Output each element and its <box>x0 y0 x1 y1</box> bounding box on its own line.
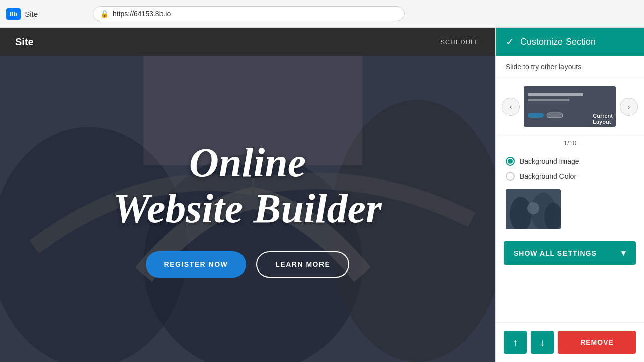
layout-preview-inner: CurrentLayout <box>524 86 616 127</box>
background-options: Background Image Background Color <box>496 151 644 187</box>
panel-footer: ↑ ↓ REMOVE <box>496 322 644 362</box>
lock-icon: 🔒 <box>100 10 109 18</box>
layout-counter: 1/10 <box>496 135 644 151</box>
hero-title-line2: Website Builder <box>113 186 382 231</box>
svg-rect-9 <box>528 93 583 96</box>
show-all-settings-button[interactable]: SHOW ALL SETTINGS ▾ <box>504 241 636 265</box>
logo-text: Site <box>25 10 38 18</box>
main-content: Site SCHEDULE <box>0 28 644 362</box>
site-nav-logo: Site <box>15 36 34 48</box>
chevron-right-icon: › <box>628 103 630 111</box>
hero-content: Online Website Builder REGISTER NOW LEAR… <box>113 140 382 277</box>
show-settings-label: SHOW ALL SETTINGS <box>514 249 597 257</box>
site-nav: Site SCHEDULE <box>0 28 495 56</box>
svg-rect-19 <box>506 189 561 229</box>
site-nav-links: SCHEDULE <box>440 38 480 46</box>
learn-more-button[interactable]: LEARN MORE <box>256 251 349 278</box>
move-up-button[interactable]: ↑ <box>504 331 527 354</box>
svg-rect-11 <box>528 113 544 118</box>
panel-subtitle: Slide to try other layouts <box>496 56 644 78</box>
background-image-option[interactable]: Background Image <box>506 157 634 166</box>
layout-slider: ‹ CurrentLayout <box>496 78 644 135</box>
background-color-radio[interactable] <box>506 172 515 181</box>
browser-logo: 8b Site <box>6 8 87 20</box>
background-image-thumbnail[interactable] <box>506 189 561 229</box>
remove-button[interactable]: REMOVE <box>558 331 636 354</box>
browser-bar: 8b Site 🔒 https://64153.8b.io <box>0 0 644 28</box>
panel-title: Customize Section <box>520 37 596 47</box>
panel-header: ✓ Customize Section <box>496 28 644 56</box>
svg-rect-10 <box>528 99 569 101</box>
hero-title-line1: Online <box>113 140 382 186</box>
hero-section: Online Website Builder REGISTER NOW LEAR… <box>0 56 495 362</box>
logo-badge: 8b <box>6 8 21 20</box>
address-bar[interactable]: 🔒 https://64153.8b.io <box>93 6 405 21</box>
website-preview: Site SCHEDULE <box>0 28 495 362</box>
hero-title: Online Website Builder <box>113 140 382 231</box>
layout-label: CurrentLayout <box>593 113 613 125</box>
site-nav-link-schedule[interactable]: SCHEDULE <box>440 38 480 46</box>
layout-preview: CurrentLayout <box>524 86 616 127</box>
background-color-option[interactable]: Background Color <box>506 172 634 181</box>
background-color-label: Background Color <box>520 172 576 180</box>
prev-layout-button[interactable]: ‹ <box>502 98 520 116</box>
chevron-down-icon: ▾ <box>621 248 626 258</box>
thumbnail-svg <box>506 189 561 229</box>
hero-buttons: REGISTER NOW LEARN MORE <box>113 251 382 278</box>
background-image-label: Background Image <box>520 157 579 165</box>
register-now-button[interactable]: REGISTER NOW <box>146 251 247 278</box>
background-image-radio[interactable] <box>506 157 515 166</box>
next-layout-button[interactable]: › <box>620 98 638 116</box>
customize-panel: ✓ Customize Section Slide to try other l… <box>495 28 644 362</box>
chevron-left-icon: ‹ <box>510 103 512 111</box>
address-text: https://64153.8b.io <box>113 10 171 18</box>
check-icon: ✓ <box>506 36 514 48</box>
svg-rect-12 <box>547 113 563 118</box>
move-down-button[interactable]: ↓ <box>531 331 554 354</box>
